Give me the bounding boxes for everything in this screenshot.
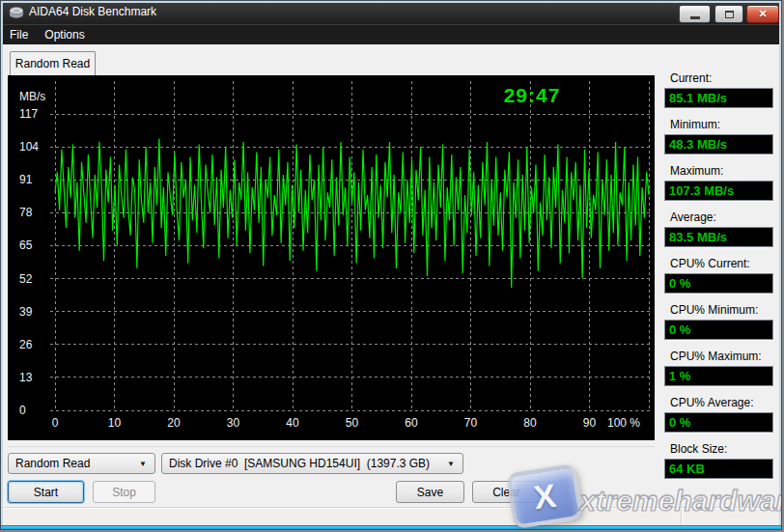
svg-text:104: 104 [19,140,39,154]
clear-button[interactable]: Clear [472,481,541,503]
drive-select[interactable]: Disk Drive #0 [SAMSUNG HD154UI] (1397.3 … [161,453,463,474]
start-button[interactable]: Start [8,481,84,503]
stat-group-maximum: Maximum:107.3 MB/s [664,164,775,201]
stat-value-box: 107.3 MB/s [664,181,773,201]
window-bottom-border [1,525,781,529]
stat-label: Current: [670,71,775,86]
menu-item-file[interactable]: File [2,26,36,43]
stat-group-average: Average:83.5 MB/s [664,210,775,247]
svg-text:60: 60 [405,416,418,430]
svg-text:10: 10 [108,416,122,430]
stat-group-cpu-average: CPU% Average:0 % [664,396,775,433]
stat-value: 64 KB [665,460,772,476]
stat-label: Maximum: [670,164,775,179]
test-type-select[interactable]: Random Read ▼ [8,453,155,474]
stat-value: 107.3 MB/s [665,182,772,198]
title-bar: AIDA64 Disk Benchmark ✕ [1,1,782,24]
drive-select-value: Disk Drive #0 [SAMSUNG HD154UI] (1397.3 … [169,457,447,470]
window-title: AIDA64 Disk Benchmark [29,5,156,18]
svg-text:65: 65 [19,238,33,252]
stat-value-box: 83.5 MB/s [664,227,773,247]
svg-text:0: 0 [19,404,26,417]
menu-bar: FileOptions [1,24,782,44]
svg-text:MB/s: MB/s [19,90,45,103]
stat-group-current: Current:85.1 MB/s [664,71,775,108]
svg-text:90: 90 [583,416,597,430]
svg-text:26: 26 [19,338,33,351]
maximize-icon [725,11,734,18]
stat-value-box: 85.1 MB/s [664,88,773,108]
stat-value: 85.1 MB/s [665,89,772,105]
svg-text:117: 117 [19,107,38,121]
stat-label: CPU% Maximum: [670,350,775,364]
svg-text:52: 52 [19,272,33,286]
test-type-value: Random Read [15,457,139,470]
app-window: AIDA64 Disk Benchmark ✕ FileOptions Rand… [0,0,782,530]
svg-text:13: 13 [19,371,33,384]
save-button[interactable]: Save [396,481,464,503]
stat-group-cpu-current: CPU% Current:0 % [664,257,775,294]
throughput-line-chart: MB/s117104917865523926130010203040506070… [8,75,655,440]
stat-value-box: 64 KB [664,459,773,479]
stat-label: Block Size: [670,442,775,457]
close-icon: ✕ [758,9,767,19]
stat-value-box: 0 % [664,320,773,340]
stat-value: 1 % [665,367,772,383]
stat-label: CPU% Current: [670,257,775,271]
stat-value-box: 0 % [664,412,773,433]
chevron-down-icon: ▼ [139,460,147,468]
stat-value: 0 % [665,274,772,291]
svg-text:40: 40 [286,416,299,430]
benchmark-chart: MB/s117104917865523926130010203040506070… [8,75,655,440]
svg-text:50: 50 [346,416,359,430]
svg-text:80: 80 [523,416,537,430]
divider [8,446,655,447]
stat-group-block-size: Block Size:64 KB [664,442,775,479]
hard-disk-icon [9,6,24,19]
svg-text:20: 20 [167,416,181,430]
elapsed-timer: 29:47 [479,84,585,107]
svg-text:30: 30 [227,416,240,430]
menu-item-options[interactable]: Options [37,26,92,43]
stat-label: Average: [670,210,775,225]
tab-label: Random Read [15,57,90,70]
stat-group-cpu-maximum: CPU% Maximum:1 % [664,350,775,386]
tab-random-read[interactable]: Random Read [10,51,96,75]
svg-text:39: 39 [19,305,33,319]
stat-label: CPU% Average: [670,396,775,410]
stat-value: 83.5 MB/s [665,228,772,244]
stat-value: 0 % [665,321,772,337]
status-bar-separator [681,510,682,526]
stat-value-box: 0 % [664,273,773,294]
stat-value-box: 48.3 MB/s [664,134,773,154]
stop-button[interactable]: Stop [93,481,155,503]
chevron-down-icon: ▼ [447,460,455,468]
close-button[interactable]: ✕ [746,5,779,23]
svg-text:70: 70 [464,416,478,430]
svg-text:91: 91 [19,173,33,186]
stat-value: 0 % [665,413,772,430]
stat-value-box: 1 % [664,366,773,386]
stat-label: CPU% Minimum: [670,303,775,318]
minimize-icon [690,16,700,19]
svg-text:100 %: 100 % [607,416,640,430]
stat-group-minimum: Minimum:48.3 MB/s [664,118,775,154]
stat-label: Minimum: [670,118,775,132]
maximize-button[interactable] [714,5,743,23]
minimize-button[interactable] [679,5,711,23]
svg-text:78: 78 [19,206,33,219]
svg-text:0: 0 [52,416,59,430]
stat-value: 48.3 MB/s [665,135,772,152]
stat-group-cpu-minimum: CPU% Minimum:0 % [664,303,775,340]
